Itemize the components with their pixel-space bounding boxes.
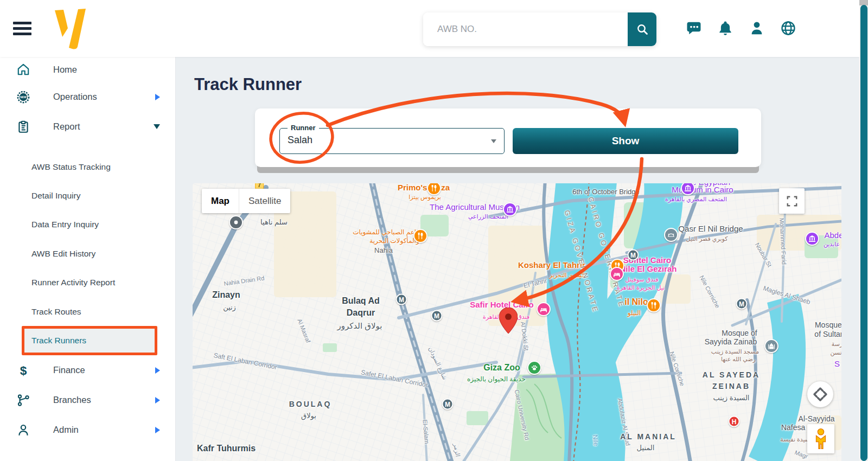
map-label: Nile (591, 434, 599, 446)
map-label: Zinayn (212, 290, 240, 300)
sidebar-item-home[interactable]: Home (0, 57, 175, 82)
topbar (0, 0, 859, 57)
sidebar-item-label: Finance (53, 365, 85, 375)
sidebar-nav: HomeNEWOperationsReportAWB Status Tracki… (0, 57, 175, 445)
chevron-down-icon (491, 139, 496, 143)
sidebar-item-label: Track Routes (31, 307, 81, 317)
poi-restaurant-icon[interactable] (647, 298, 661, 312)
poi-museum-icon[interactable] (805, 232, 819, 246)
chat-icon[interactable] (685, 20, 703, 38)
sidebar-item-awb-status-tracking[interactable]: AWB Status Tracking (0, 152, 175, 181)
map-label: S (834, 359, 840, 368)
sidebar-item-track-runners[interactable]: Track Runners (22, 326, 157, 355)
map-label: Nile El Gezirah (620, 264, 676, 273)
map-label: المتحف المصري بالقاهرة (665, 196, 727, 203)
poi-metro-icon[interactable]: M (736, 298, 748, 310)
map-label: حديقة الحيوان بالجيزه (467, 376, 526, 383)
sidebar-item-data-entry-inquiry[interactable]: Data Entry Inquiry (0, 210, 175, 239)
poi-hospital-icon[interactable]: H (729, 416, 740, 427)
fullscreen-icon (786, 195, 798, 207)
map-label: Abde (824, 230, 841, 240)
chevron-right-icon (155, 94, 160, 100)
search-icon (636, 23, 649, 36)
satellite-view-button[interactable]: Satellite (239, 189, 290, 213)
map-label: المنيل (637, 444, 655, 452)
poi-metro-icon[interactable]: M (628, 249, 639, 261)
map-canvas[interactable]: Primo's Pizzaبريموس بيتزاThe Agricultura… (193, 183, 841, 461)
sidebar-item-detail-inquiry[interactable]: Detail Inquiry (0, 181, 175, 210)
sidebar-item-runner-activity-report[interactable]: Runner Activity Report (0, 268, 175, 297)
home-icon (16, 62, 30, 76)
sidebar-item-finance[interactable]: $Finance (0, 355, 175, 385)
poi-metro-icon[interactable]: M (431, 310, 443, 322)
sidebar-item-branches[interactable]: Branches (0, 385, 175, 415)
sidebar-item-awb-edit-history[interactable]: AWB Edit History (0, 239, 175, 268)
runner-location-marker[interactable] (499, 308, 518, 336)
sidebar-item-admin[interactable]: Admin (0, 415, 175, 445)
poi-restaurant-icon[interactable] (427, 183, 441, 195)
chevron-right-icon (155, 397, 160, 404)
sidebar-item-label: Detail Inquiry (31, 191, 80, 201)
hamburger-menu-icon[interactable] (13, 22, 31, 36)
fullscreen-button[interactable] (779, 188, 805, 214)
pegman-streetview[interactable] (807, 424, 834, 453)
pan-control[interactable] (807, 381, 833, 407)
poi-museum-icon[interactable] (681, 183, 695, 195)
sidebar: HomeNEWOperationsReportAWB Status Tracki… (0, 57, 176, 461)
poi-hotel-icon[interactable] (537, 302, 551, 316)
map-label: نيل الجزيرة القاهرة (617, 284, 665, 291)
pan-arrows-icon (807, 381, 833, 407)
poi-graydot-icon[interactable] (229, 215, 243, 229)
sidebar-item-report[interactable]: Report (0, 112, 175, 142)
map-label: Al-Sayyida (799, 414, 835, 423)
awb-search (423, 12, 656, 46)
poi-restaurant-icon[interactable] (413, 229, 427, 243)
sidebar-item-operations[interactable]: NEWOperations (0, 82, 175, 112)
poi-mosque-icon[interactable] (764, 339, 778, 353)
poi-zoo-icon[interactable] (527, 361, 541, 375)
awb-search-input[interactable] (423, 12, 628, 46)
map-label: Daqrur (347, 308, 375, 318)
sidebar-item-track-routes[interactable]: Track Routes (0, 297, 175, 326)
map-label: مسجد السيدة زينب (711, 348, 759, 355)
chevron-down-icon (154, 124, 160, 129)
chevron-right-icon (155, 427, 160, 433)
map-label: ZEINAB (712, 382, 750, 390)
svg-text:NEW: NEW (20, 95, 27, 98)
map-label: Koshary El Tahrir (518, 260, 585, 270)
map-label: سلم ناهيا (260, 219, 288, 227)
v-logo-icon (53, 9, 87, 51)
runner-form-card: Runner Salah Show (255, 108, 761, 167)
map-label: والمأكولات البحرية (369, 238, 419, 245)
runner-select[interactable]: Runner Salah (279, 128, 505, 154)
poi-metro-icon[interactable]: M (442, 399, 454, 410)
scrollbar-thumb[interactable] (860, 5, 867, 461)
admin-icon (16, 423, 30, 437)
poi-museum-icon[interactable] (503, 202, 517, 216)
runner-select-value: Salah (288, 135, 312, 146)
map-label: BOULAQ (289, 400, 332, 408)
profile-icon[interactable] (748, 20, 766, 38)
poi-hotel-icon[interactable] (610, 267, 624, 281)
search-button[interactable] (628, 12, 656, 46)
page-scrollbar (859, 0, 868, 461)
poi-bridge-icon[interactable] (664, 228, 678, 242)
map-label: il Nilo (624, 297, 648, 307)
language-icon[interactable] (779, 20, 797, 38)
map-label: رضي الله عنها (721, 356, 756, 363)
poi-metro-icon[interactable]: M (396, 294, 407, 305)
branches-icon (16, 393, 30, 407)
page: HomeNEWOperationsReportAWB Status Tracki… (0, 0, 868, 461)
sidebar-item-label: Report (53, 121, 80, 132)
map-label: 6th of October Bridge (572, 188, 640, 196)
map-label: فندق سوفيتل (625, 276, 658, 283)
sidebar-item-label: Runner Activity Report (31, 278, 115, 287)
brand-logo[interactable] (53, 9, 87, 51)
map-label: AL MANIAL (620, 432, 676, 441)
show-button[interactable]: Show (513, 128, 738, 154)
map-view-button[interactable]: Map (202, 189, 239, 213)
map-label: كوبري قصر النيل (686, 235, 727, 242)
notifications-icon[interactable] (716, 20, 735, 38)
map-type-control: Map Satellite (202, 189, 290, 213)
map-label: زنين (223, 304, 236, 312)
